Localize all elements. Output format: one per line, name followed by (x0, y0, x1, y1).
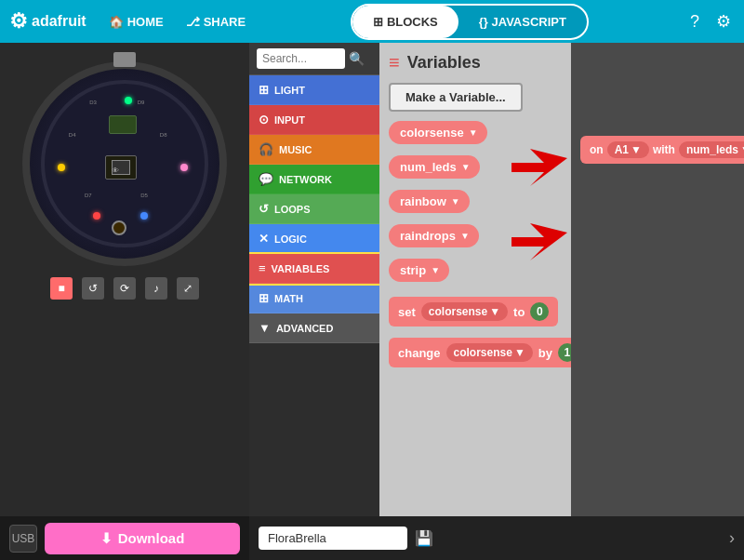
cat-label-math: MATH (274, 293, 303, 304)
var-block-colorsense[interactable]: colorsense▼ (389, 121, 487, 144)
javascript-tab[interactable]: {} JAVASCRIPT (458, 6, 587, 38)
label-d7: D7 (85, 193, 92, 198)
cat-label-logic: LOGIC (274, 233, 307, 245)
var-block-num_leds[interactable]: num_leds▼ (389, 155, 480, 179)
search-box: 🔍 (249, 43, 379, 75)
cat-icon-music: 🎧 (259, 142, 273, 156)
circuit-inner: D7 D5 D4 D8 D3 D9 👁 (41, 80, 208, 247)
cat-icon-loops: ↺ (259, 202, 269, 216)
label-d9: D9 (138, 100, 145, 105)
change-block-container: change colorsense ▼ by 1 (389, 338, 562, 367)
led-left (58, 164, 65, 171)
num-leds-pill[interactable]: num_leds▼ (679, 141, 744, 158)
logo[interactable]: ⚙ adafruit (9, 9, 86, 33)
category-item-logic[interactable]: ✕LOGIC (249, 224, 379, 254)
save-icon[interactable]: 💾 (415, 529, 433, 547)
set-var-pill[interactable]: colorsense ▼ (421, 302, 508, 321)
category-item-math[interactable]: ⊞MATH (249, 284, 379, 313)
label-d5: D5 (140, 193, 148, 198)
var-block-rainbow[interactable]: rainbow▼ (389, 190, 470, 213)
change-var-pill[interactable]: colorsense ▼ (446, 343, 533, 362)
usb-port (113, 52, 136, 67)
cat-label-variables: VARIABLES (272, 263, 330, 274)
right-area: ≡ Variables Make a Variable... colorsens… (379, 43, 744, 560)
logo-text: adafruit (32, 13, 86, 30)
mode-toggle: ⊞ BLOCKS {} JAVASCRIPT (268, 4, 671, 40)
home-button[interactable]: 🏠 HOME (101, 11, 171, 33)
variable-wrapper-raindrops: raindrops▼➤ (389, 224, 562, 253)
blocks-tab[interactable]: ⊞ BLOCKS (352, 6, 458, 38)
panel-workspace: ≡ Variables Make a Variable... colorsens… (379, 43, 744, 560)
variable-wrapper-colorsense: colorsense▼➤ (389, 121, 562, 150)
category-item-music[interactable]: 🎧MUSIC (249, 135, 379, 165)
variable-wrapper-strip: strip▼ (389, 259, 562, 287)
simulator-panel: D7 D5 D4 D8 D3 D9 👁 ■ ↺ ⟳ ♪ ⤢ (0, 43, 249, 560)
cat-icon-math: ⊞ (259, 291, 269, 305)
download-button[interactable]: ⬇ Download (45, 523, 240, 554)
fullscreen-button[interactable]: ⤢ (177, 277, 199, 300)
change-value: 1 (558, 343, 571, 362)
debug-button[interactable]: ⟳ (113, 277, 136, 300)
search-icon[interactable]: 🔍 (349, 51, 365, 66)
variable-wrapper-num_leds: num_leds▼ (389, 155, 562, 184)
search-input[interactable] (257, 48, 345, 69)
a1-pill[interactable]: A1▼ (607, 141, 649, 158)
change-block[interactable]: change colorsense ▼ by 1 (389, 338, 571, 367)
category-item-advanced[interactable]: ▼ADVANCED (249, 313, 379, 343)
category-item-light[interactable]: ⊞LIGHT (249, 75, 379, 105)
download-icon: ⬇ (100, 530, 113, 547)
make-variable-button[interactable]: Make a Variable... (389, 83, 523, 112)
cat-icon-network: 💬 (259, 172, 273, 186)
set-block[interactable]: set colorsense ▼ to 0 (389, 297, 558, 327)
categories-panel: 🔍 ⊞LIGHT⊙INPUT🎧MUSIC💬NETWORK↺LOOPS✕LOGIC… (249, 43, 379, 560)
cat-icon-logic: ✕ (259, 232, 269, 246)
blocks-icon: ⊞ (373, 15, 387, 29)
cat-icon-advanced: ▼ (259, 321, 271, 335)
pad-bottom (112, 220, 126, 235)
label-d8: D8 (160, 132, 167, 138)
cat-label-network: NETWORK (279, 174, 332, 185)
category-item-loops[interactable]: ↺LOOPS (249, 194, 379, 224)
label-d3: D3 (89, 100, 97, 105)
variables-panel: ≡ Variables Make a Variable... colorsens… (379, 43, 571, 560)
cat-label-loops: LOOPS (274, 204, 311, 215)
label-d4: D4 (69, 132, 76, 138)
filename-input[interactable] (259, 527, 407, 550)
var-block-strip[interactable]: strip▼ (389, 259, 449, 282)
stop-button[interactable]: ■ (50, 277, 73, 300)
category-item-input[interactable]: ⊙INPUT (249, 105, 379, 135)
cat-label-light: LIGHT (274, 85, 305, 96)
pcb-center-label: 👁 (112, 167, 119, 175)
cat-icon-input: ⊙ (259, 113, 269, 127)
cat-label-advanced: ADVANCED (276, 323, 334, 334)
workspace[interactable]: on A1▼ with num_leds▼ pix (571, 43, 744, 560)
header: ⚙ adafruit 🏠 HOME ⎇ SHARE ⊞ BLOCKS {} JA… (0, 0, 744, 43)
categories-list: ⊞LIGHT⊙INPUT🎧MUSIC💬NETWORK↺LOOPS✕LOGIC≡V… (249, 75, 379, 343)
variables-title: Variables (407, 53, 481, 73)
category-item-network[interactable]: 💬NETWORK (249, 165, 379, 194)
filename-bar: 💾 › (249, 516, 744, 560)
cat-label-music: MUSIC (279, 144, 312, 155)
share-button[interactable]: ⎇ SHARE (179, 11, 254, 33)
settings-button[interactable]: ⚙ (712, 7, 735, 35)
mode-tab-container: ⊞ BLOCKS {} JAVASCRIPT (351, 4, 589, 40)
expand-icon[interactable]: › (729, 528, 735, 548)
var-block-raindrops[interactable]: raindrops▼ (389, 224, 479, 247)
home-icon: 🏠 (109, 15, 124, 29)
help-button[interactable]: ? (686, 8, 703, 35)
led-top (125, 97, 132, 104)
variable-wrapper-rainbow: rainbow▼➤ (389, 190, 562, 219)
variables-list: colorsense▼➤num_leds▼rainbow▼➤raindrops▼… (389, 121, 562, 287)
cat-icon-variables: ≡ (259, 261, 266, 275)
cat-icon-light: ⊞ (259, 83, 269, 97)
circuit-board: D7 D5 D4 D8 D3 D9 👁 (22, 61, 227, 266)
workspace-block[interactable]: on A1▼ with num_leds▼ pix (580, 136, 744, 164)
led-bottom-right (140, 212, 148, 220)
variables-header: ≡ Variables (389, 52, 562, 73)
audio-button[interactable]: ♪ (145, 277, 167, 300)
usb-icon-button[interactable]: USB (9, 525, 37, 553)
main-content: D7 D5 D4 D8 D3 D9 👁 ■ ↺ ⟳ ♪ ⤢ 🔍 ⊞LIGHT⊙I… (0, 43, 744, 560)
led-bottom-left (93, 212, 100, 220)
category-item-variables[interactable]: ≡VARIABLES (249, 254, 379, 284)
restart-button[interactable]: ↺ (82, 277, 104, 300)
